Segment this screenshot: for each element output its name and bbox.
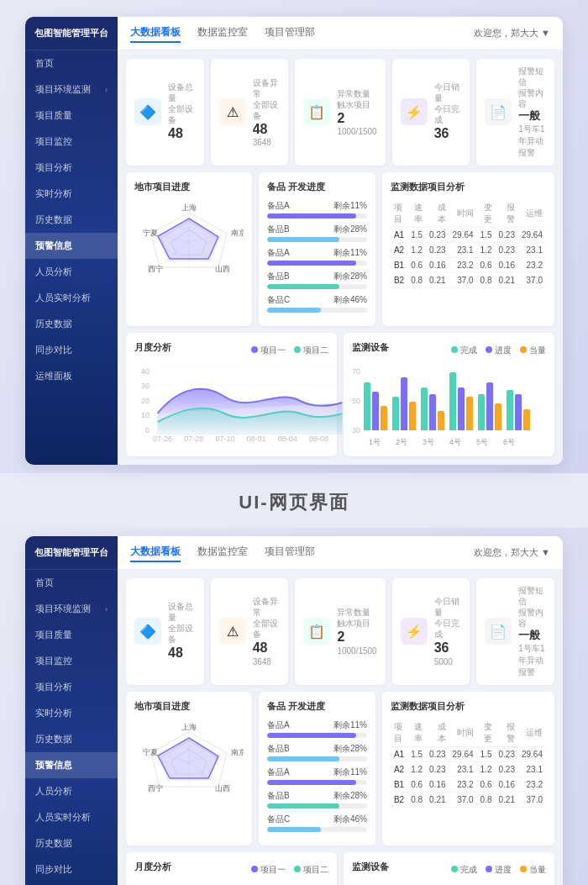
sidebar-item-alert[interactable]: 预警信息 <box>25 233 118 259</box>
bar-chart-title: 监测设备 <box>352 341 389 354</box>
stat-card-exception: 📋 异常数量触水项目 2 1000/1500 <box>295 59 385 166</box>
radar-title: 地市项目进度 <box>134 181 244 193</box>
content-grid-bottom: 地市项目进度 上海 南京 <box>118 692 563 845</box>
table-card: 监测数据项目分析 项目 速率 成本 时间 变更 报警 运维 <box>382 172 554 326</box>
wave-legend: 项目一 项目二 <box>251 345 328 356</box>
wave-chart-header: 月度分析 项目一 项目二 <box>134 341 328 361</box>
bar-legend-1: 完成 <box>451 345 477 356</box>
progress-title: 备品 开发进度 <box>267 181 367 193</box>
sidebar-b-personnel-rt[interactable]: 人员实时分析 <box>25 804 118 830</box>
sidebar-item-compare[interactable]: 同步对比 <box>25 337 118 363</box>
th-change: 变更 <box>477 200 496 228</box>
sidebar-b-env[interactable]: 项目环境监测› <box>25 596 118 622</box>
bar-group-1 <box>364 382 387 430</box>
stat-card-alert: 📄 报警短信报警内容 一般 1号车1年异动报警 <box>476 59 554 166</box>
stat-icon-total: 🔷 <box>134 98 161 125</box>
sidebar-b-compare[interactable]: 同步对比 <box>25 856 118 882</box>
stat-value-alert: 一般 <box>518 109 546 124</box>
radar-card: 地市项目进度 <box>126 172 252 326</box>
stat-label-sales: 今日销量今日完成 <box>434 82 462 125</box>
th-rate: 速率 <box>407 200 426 228</box>
sidebar-item-history2[interactable]: 历史数据 <box>25 311 118 337</box>
sidebar-b-analysis[interactable]: 项目分析 <box>25 674 118 700</box>
top-nav-bottom: 大数据看板 数据监控室 项目管理部 欢迎您，郑大大 ▼ <box>118 536 563 570</box>
content-grid: 地市项目进度 <box>118 172 563 326</box>
nav-tabs: 大数据看板 数据监控室 项目管理部 <box>130 24 315 43</box>
sidebar-item-home[interactable]: 首页 <box>25 50 118 76</box>
data-table: 项目 速率 成本 时间 变更 报警 运维 A11.50.2329 <box>391 200 546 288</box>
wave-card-b: 月度分析 项目一 项目二 403020100 <box>126 852 337 885</box>
stat-label-alert: 报警短信报警内容 <box>518 66 546 109</box>
stat-card-b-exception: 📋 异常数量触水项目 2 1000/1500 <box>295 578 385 685</box>
wave-chart-card: 月度分析 项目一 项目二 403020100 <box>126 333 337 456</box>
tab-project[interactable]: 项目管理部 <box>265 24 315 43</box>
sidebar-b-monitor[interactable]: 项目监控 <box>25 648 118 674</box>
sidebar-b-personnel[interactable]: 人员分析 <box>25 778 118 804</box>
svg-text:西宁: 西宁 <box>148 784 163 793</box>
sidebar-item-history[interactable]: 历史数据 <box>25 207 118 233</box>
table-row: A21.20.2323.11.20.2323.1 <box>391 242 546 257</box>
stat-value-exception: 2 <box>337 110 376 128</box>
bar-chart-body: 705030 <box>352 367 546 448</box>
svg-text:宁夏: 宁夏 <box>143 229 158 237</box>
svg-text:南京: 南京 <box>231 748 244 756</box>
sidebar-item-ops[interactable]: 运维面板 <box>25 363 118 389</box>
user-info: 欢迎您，郑大大 ▼ <box>474 27 550 40</box>
sidebar-b-home[interactable]: 首页 <box>25 570 118 596</box>
stat-card-b-total: 🔷 设备总量全部设备 48 <box>126 578 204 685</box>
wave-y-axis: 403020100 <box>134 367 150 435</box>
sidebar-b-quality[interactable]: 项目质量 <box>25 622 118 648</box>
svg-text:南京: 南京 <box>231 229 244 237</box>
sidebar-b-history2[interactable]: 历史数据 <box>25 830 118 856</box>
sidebar-item-quality[interactable]: 项目质量 <box>25 103 118 129</box>
wave-container: 403020100 <box>134 367 328 443</box>
progress-item-0: 备品A剩余11% <box>267 200 367 219</box>
table-title: 监测数据项目分析 <box>391 181 546 193</box>
table-row: B20.80.2137.00.80.2137.0 <box>391 272 546 287</box>
progress-card: 备品 开发进度 备品A剩余11% 备品B剩余28% 备品A剩余11% 备 <box>259 172 375 326</box>
progress-card-b: 备品 开发进度 备品A剩余11% 备品B剩余28% 备品A剩余11% 备 <box>259 692 375 845</box>
sidebar-item-analysis[interactable]: 项目分析 <box>25 155 118 181</box>
th-cost: 成本 <box>426 200 449 228</box>
stat-value-anomaly: 48 <box>253 121 281 139</box>
sidebar-b-alert[interactable]: 预警信息 <box>25 752 118 778</box>
stat-card-b-alert: 📄 报警短信报警内容 一般 1号车1年异动报警 <box>476 578 554 685</box>
tab-monitor-b[interactable]: 数据监控室 <box>197 543 248 562</box>
user-info-bottom: 欢迎您，郑大大 ▼ <box>474 546 550 559</box>
sidebar-b-history[interactable]: 历史数据 <box>25 726 118 752</box>
sidebar-item-monitor[interactable]: 项目监控 <box>25 129 118 155</box>
sidebar-item-realtime[interactable]: 实时分析 <box>25 181 118 207</box>
stat-icon-b-alert: 📄 <box>485 618 512 645</box>
dashboard-bottom: 包图智能管理平台 首页 项目环境监测› 项目质量 项目监控 项目分析 实时分析 … <box>25 536 563 885</box>
tab-bigdata-b[interactable]: 大数据看板 <box>130 543 181 562</box>
bar-group-6 <box>507 390 530 430</box>
bar-y-axis: 705030 <box>352 367 364 435</box>
stats-row: 🔷 设备总量全部设备 48 ⚠ 设备异常全部设备 48 3648 📋 <box>118 50 563 172</box>
tab-bigdata[interactable]: 大数据看板 <box>130 24 181 43</box>
table-row-b: B10.60.1623.20.60.1623.2 <box>391 777 546 792</box>
sidebar-item-personnel-rt[interactable]: 人员实时分析 <box>25 285 118 311</box>
th-project: 项目 <box>391 200 407 228</box>
stat-label-exception: 异常数量触水项目 <box>337 88 376 110</box>
svg-text:上海: 上海 <box>181 203 197 212</box>
sidebar-item-personnel[interactable]: 人员分析 <box>25 259 118 285</box>
svg-text:西宁: 西宁 <box>148 265 163 273</box>
tab-monitor[interactable]: 数据监控室 <box>197 24 248 43</box>
sidebar-item-env-monitor[interactable]: 项目环境监测› <box>25 76 118 103</box>
sidebar: 包图智能管理平台 首页 项目环境监测› 项目质量 项目监控 项目分析 实时分析 … <box>25 17 118 465</box>
stat-info-total: 设备总量全部设备 48 <box>168 82 196 143</box>
legend-item-2: 项目二 <box>294 345 328 356</box>
bar-legend: 完成 进度 当量 <box>451 345 546 356</box>
svg-text:山西: 山西 <box>215 265 230 273</box>
stat-card-total: 🔷 设备总量全部设备 48 <box>126 59 204 166</box>
stat-info-anomaly: 设备异常全部设备 48 3648 <box>253 77 281 148</box>
sidebar-b-realtime[interactable]: 实时分析 <box>25 700 118 726</box>
bar-group-4 <box>449 372 473 430</box>
app-logo: 包图智能管理平台 <box>25 17 118 50</box>
wave-chart-title: 月度分析 <box>134 341 171 354</box>
stat-label-total: 设备总量全部设备 <box>168 82 196 125</box>
main-content-bottom: 大数据看板 数据监控室 项目管理部 欢迎您，郑大大 ▼ 🔷 设备总量全部设备 4… <box>118 536 563 885</box>
bar-group-2 <box>392 377 416 430</box>
progress-item-2: 备品A剩余11% <box>267 247 367 266</box>
tab-project-b[interactable]: 项目管理部 <box>265 543 315 562</box>
